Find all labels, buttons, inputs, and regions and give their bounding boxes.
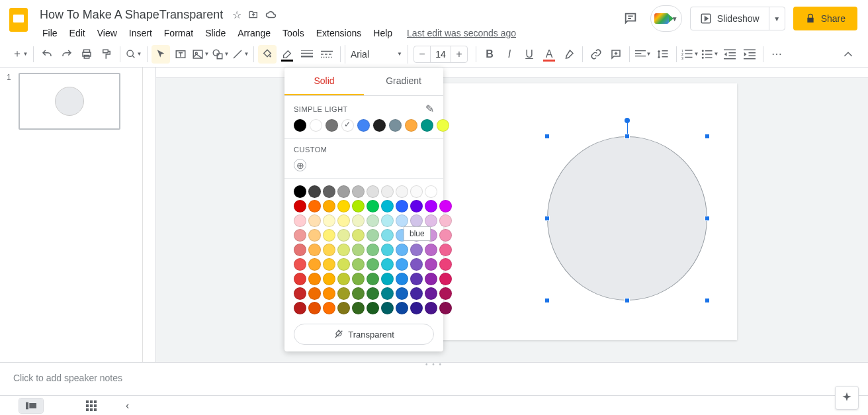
color-swatch[interactable] <box>337 200 350 212</box>
color-swatch[interactable] <box>410 273 423 285</box>
theme-color-swatch[interactable] <box>373 119 386 132</box>
color-swatch[interactable] <box>439 200 452 212</box>
theme-color-swatch[interactable] <box>326 119 338 132</box>
color-swatch[interactable] <box>294 273 306 285</box>
text-color-button[interactable]: A <box>540 45 558 64</box>
color-swatch[interactable] <box>367 200 379 212</box>
color-swatch[interactable] <box>308 302 321 314</box>
filmstrip-view-button[interactable] <box>19 398 43 413</box>
color-swatch[interactable] <box>425 302 437 314</box>
font-size-increase[interactable]: + <box>451 46 467 62</box>
color-swatch[interactable] <box>367 258 379 271</box>
transparent-button[interactable]: Transparent <box>294 324 434 345</box>
bold-button[interactable]: B <box>480 45 499 64</box>
color-swatch[interactable] <box>439 244 452 256</box>
comment-button[interactable] <box>607 45 625 64</box>
color-swatch[interactable] <box>381 200 394 212</box>
color-swatch[interactable] <box>294 302 306 314</box>
color-swatch[interactable] <box>308 287 321 300</box>
color-swatch[interactable] <box>308 214 321 227</box>
resize-handle[interactable] <box>625 134 630 139</box>
selected-shape[interactable] <box>547 136 707 300</box>
slideshow-dropdown[interactable]: ▼ <box>769 7 785 30</box>
increase-indent-button[interactable] <box>740 45 759 64</box>
color-swatch[interactable] <box>381 273 394 285</box>
color-swatch[interactable] <box>323 200 335 212</box>
app-logo[interactable] <box>5 7 32 33</box>
color-swatch[interactable] <box>337 273 350 285</box>
menu-slide[interactable]: Slide <box>200 25 231 41</box>
color-swatch[interactable] <box>439 273 452 285</box>
color-swatch[interactable] <box>337 229 350 242</box>
line-spacing-button[interactable] <box>654 45 672 64</box>
color-swatch[interactable] <box>337 302 350 314</box>
color-swatch[interactable] <box>396 185 408 198</box>
color-swatch[interactable] <box>367 273 379 285</box>
color-swatch[interactable] <box>410 302 423 314</box>
color-swatch[interactable] <box>367 185 379 198</box>
color-swatch[interactable] <box>323 244 335 256</box>
color-swatch[interactable] <box>396 244 408 256</box>
color-swatch[interactable] <box>367 214 379 227</box>
border-weight-button[interactable] <box>298 45 316 64</box>
resize-handle[interactable] <box>705 134 710 139</box>
color-swatch[interactable] <box>294 287 306 300</box>
meet-button[interactable]: ▼ <box>650 5 682 32</box>
color-swatch[interactable] <box>294 185 306 198</box>
explore-button[interactable] <box>835 386 859 410</box>
bulleted-list-button[interactable]: ▼ <box>701 45 719 64</box>
theme-color-swatch[interactable] <box>357 119 370 132</box>
color-swatch[interactable] <box>396 258 408 271</box>
color-swatch[interactable] <box>410 214 423 227</box>
redo-button[interactable] <box>58 45 76 64</box>
color-swatch[interactable] <box>323 258 335 271</box>
underline-button[interactable]: U <box>520 45 539 64</box>
thumbnail-item[interactable]: 1 <box>7 73 136 130</box>
move-icon[interactable] <box>248 9 259 20</box>
color-swatch[interactable] <box>381 287 394 300</box>
link-button[interactable] <box>587 45 605 64</box>
color-swatch[interactable] <box>381 229 394 242</box>
tab-solid[interactable]: Solid <box>284 68 364 95</box>
color-swatch[interactable] <box>323 185 335 198</box>
menu-extensions[interactable]: Extensions <box>311 25 367 41</box>
resize-handle[interactable] <box>625 298 630 303</box>
edit-theme-icon[interactable]: ✎ <box>425 103 434 115</box>
comments-icon[interactable] <box>619 7 642 30</box>
color-swatch[interactable] <box>410 185 423 198</box>
color-swatch[interactable] <box>410 287 423 300</box>
color-swatch[interactable] <box>396 302 408 314</box>
color-swatch[interactable] <box>381 302 394 314</box>
numbered-list-button[interactable]: 123▼ <box>681 45 699 64</box>
fill-color-button[interactable] <box>258 45 277 64</box>
collapse-toolbar-button[interactable] <box>839 45 857 64</box>
color-swatch[interactable] <box>323 214 335 227</box>
color-swatch[interactable] <box>352 214 365 227</box>
color-swatch[interactable] <box>352 302 365 314</box>
shape-tool[interactable]: ▼ <box>211 45 230 64</box>
add-custom-color[interactable]: ⊕ <box>294 159 306 171</box>
color-swatch[interactable] <box>308 185 321 198</box>
decrease-indent-button[interactable] <box>720 45 739 64</box>
color-swatch[interactable] <box>410 244 423 256</box>
color-swatch[interactable] <box>396 273 408 285</box>
color-swatch[interactable] <box>337 258 350 271</box>
paint-format-button[interactable] <box>97 45 116 64</box>
resize-handle[interactable] <box>544 298 550 303</box>
color-swatch[interactable] <box>337 287 350 300</box>
color-swatch[interactable] <box>337 214 350 227</box>
slideshow-button[interactable]: Slideshow <box>691 7 769 30</box>
menu-insert[interactable]: Insert <box>124 25 157 41</box>
cloud-status-icon[interactable] <box>265 10 277 19</box>
last-edit-link[interactable]: Last edit was seconds ago <box>407 28 516 38</box>
canvas-area[interactable] <box>143 68 868 362</box>
color-swatch[interactable] <box>337 244 350 256</box>
border-color-button[interactable] <box>278 45 296 64</box>
menu-file[interactable]: File <box>37 25 63 41</box>
color-swatch[interactable] <box>439 287 452 300</box>
textbox-tool[interactable] <box>171 45 190 64</box>
color-swatch[interactable] <box>352 258 365 271</box>
color-swatch[interactable] <box>294 258 306 271</box>
share-button[interactable]: Share <box>793 7 857 30</box>
menu-edit[interactable]: Edit <box>64 25 91 41</box>
